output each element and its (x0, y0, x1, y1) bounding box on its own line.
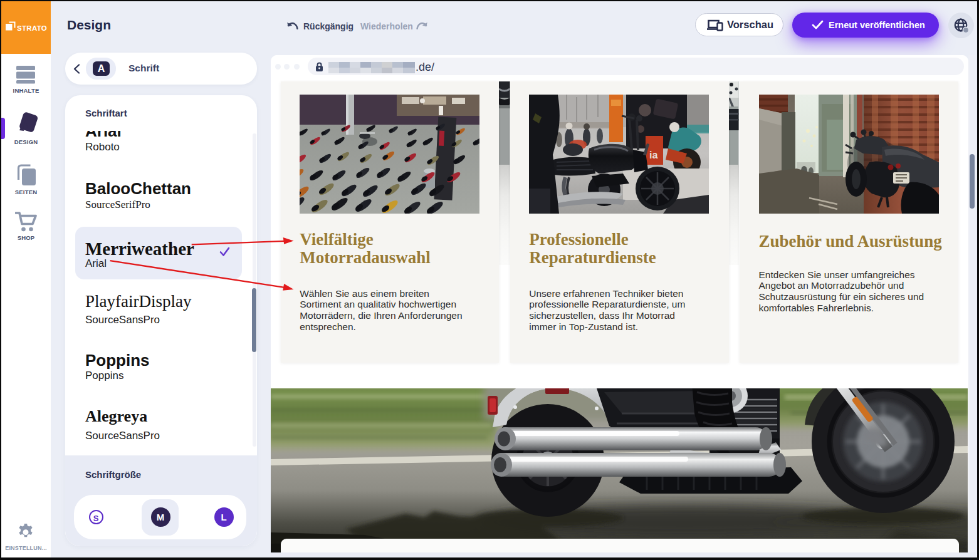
svg-text:STRATO: STRATO (17, 24, 47, 32)
svg-text:ia: ia (649, 150, 657, 160)
